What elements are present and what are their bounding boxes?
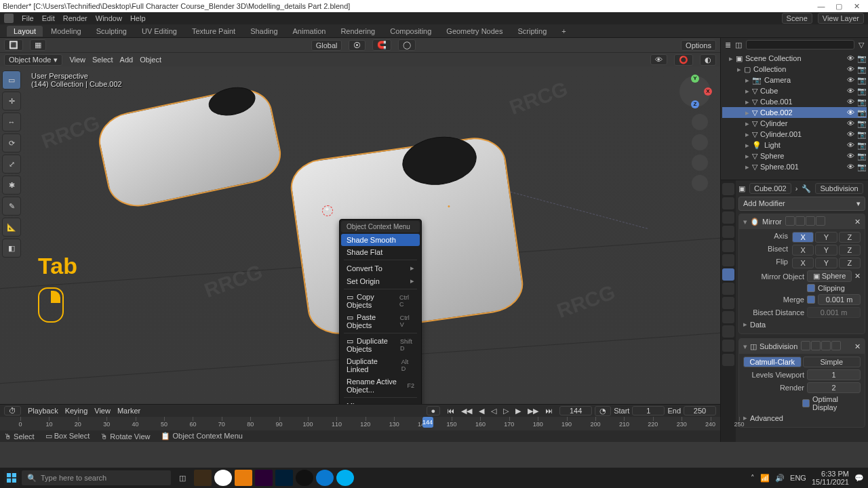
ptab-constraints[interactable]	[722, 311, 734, 323]
select-menu[interactable]: Select	[92, 56, 113, 64]
tool-measure[interactable]: 📐	[2, 218, 21, 237]
lvp-value[interactable]: 1	[807, 369, 861, 380]
object-menu[interactable]: Object	[140, 56, 161, 64]
breadcrumb-object[interactable]: Cube.002	[749, 183, 791, 194]
ptab-render[interactable]	[722, 183, 734, 195]
mod-render-icon[interactable]	[806, 216, 815, 226]
view-menu[interactable]: View	[69, 56, 85, 64]
ctx-shade-flat[interactable]: Shade Flat	[341, 246, 420, 258]
viewport-3d[interactable]: • RRCG RRCG RRCG RRCG ▭ ✛ ↔ ⟳ ⤢ ✱ ✎ 📐 ◧ …	[0, 66, 720, 404]
mirror-delete[interactable]: ✕	[854, 218, 861, 226]
app-premiere-icon[interactable]	[255, 470, 273, 486]
flip-x[interactable]: X	[792, 258, 814, 268]
outliner-item-sphere[interactable]: ▸ ▽ Sphere👁📷	[722, 150, 867, 161]
ctx-mirror[interactable]: Mirror▸	[341, 399, 420, 404]
viewlayer-field[interactable]: View Layer	[818, 13, 864, 24]
autokey-toggle[interactable]: ●	[427, 406, 441, 415]
orientation-dropdown[interactable]: Global	[311, 40, 342, 51]
ctx-set-origin[interactable]: Set Origin▸	[341, 274, 420, 287]
axis-x[interactable]: X	[792, 232, 814, 243]
menu-window[interactable]: Window	[96, 14, 122, 22]
play-rew-start[interactable]: ⏮	[447, 407, 454, 415]
app-obs-icon[interactable]	[296, 470, 313, 486]
app-misc6-icon[interactable]	[458, 470, 476, 486]
app-misc1-icon[interactable]	[357, 470, 374, 486]
gizmo-toggle[interactable]: ⭕	[674, 54, 693, 66]
tab-animation[interactable]: Animation	[286, 26, 333, 37]
app-edge-icon[interactable]	[316, 470, 334, 486]
play-fwd-end[interactable]: ⏭	[545, 407, 553, 415]
tool-scale[interactable]: ⤢	[2, 155, 21, 174]
app-photoshop-icon[interactable]	[275, 470, 293, 486]
scene-field[interactable]: Scene	[782, 13, 812, 24]
outliner-display-mode[interactable]: ◫	[735, 41, 742, 49]
menu-help[interactable]: Help	[130, 14, 146, 22]
minimize-button[interactable]: —	[812, 2, 830, 10]
mirror-name[interactable]: Mirror	[762, 218, 782, 226]
tray-network-icon[interactable]: 📶	[760, 474, 770, 483]
tool-annotate[interactable]: ✎	[2, 197, 21, 216]
overlay-toggle[interactable]: 👁	[650, 54, 667, 65]
ptab-material[interactable]	[722, 340, 734, 352]
tab-uvediting[interactable]: UV Editing	[135, 26, 184, 37]
mod-realtime-icon[interactable]	[785, 216, 795, 226]
mirror-data-subpanel[interactable]: Data	[750, 321, 766, 329]
ptab-particles[interactable]	[722, 283, 734, 295]
close-button[interactable]: ✕	[848, 2, 865, 11]
mode-select[interactable]: Object Mode ▾	[4, 54, 62, 66]
tool-cursor[interactable]: ✛	[2, 92, 21, 110]
taskbar-search[interactable]: 🔍Type here to search	[22, 470, 171, 485]
mesh-shoe-left[interactable]	[94, 83, 285, 213]
outliner-item-camera[interactable]: ▸ 📷 Camera👁📷	[722, 75, 867, 85]
subdiv-simple[interactable]: Simple	[803, 357, 861, 367]
breadcrumb-modifier[interactable]: Subdivision	[815, 183, 863, 194]
mod-edit-icon[interactable]	[811, 341, 821, 350]
ctx-convert-to[interactable]: Convert To▸	[341, 262, 420, 274]
nav-gizmo[interactable]: XYZ	[679, 76, 711, 107]
outliner-item-cube[interactable]: ▸ ▽ Cube👁📷	[722, 85, 867, 96]
tab-layout[interactable]: Layout	[7, 26, 43, 37]
outliner-item-cylinder-001[interactable]: ▸ ▽ Cylinder.001👁📷	[722, 129, 867, 140]
tab-rendering[interactable]: Rendering	[334, 26, 382, 37]
ctx-rename-active-object-[interactable]: Rename Active Object...F2	[341, 375, 420, 396]
tool-add-primitive[interactable]: ◧	[2, 239, 21, 258]
tab-shading[interactable]: Shading	[243, 26, 284, 37]
bisect-y[interactable]: Y	[815, 245, 837, 256]
tab-add-workspace[interactable]: +	[555, 26, 572, 37]
snap-toggle[interactable]: 🧲	[372, 39, 391, 51]
tab-modeling[interactable]: Modeling	[44, 26, 88, 37]
maximize-button[interactable]: ▢	[830, 2, 848, 11]
ctx-duplicate-objects[interactable]: ▭ Duplicate ObjectsShift D	[341, 335, 420, 355]
tray-volume-icon[interactable]: 🔊	[775, 474, 785, 483]
bisect-x[interactable]: X	[792, 245, 814, 256]
bisect-z[interactable]: Z	[839, 245, 861, 256]
ptab-texture[interactable]	[722, 354, 734, 366]
app-misc4-icon[interactable]	[418, 470, 435, 486]
app-misc2-icon[interactable]	[377, 470, 395, 486]
outliner-item-collection[interactable]: ▸ ▢ Collection👁📷	[722, 64, 867, 75]
outliner-item-light[interactable]: ▸ 💡 Light👁📷	[722, 140, 867, 150]
outliner-item-cube-002[interactable]: ▸ ▽ Cube.002👁📷	[722, 107, 867, 118]
mod-cage-icon[interactable]	[816, 216, 825, 226]
timeline-ruler[interactable]: 0102030405060708090100110120130140150160…	[0, 417, 720, 430]
play-reverse[interactable]: ◁	[491, 407, 496, 415]
tool-transform[interactable]: ✱	[2, 176, 21, 195]
outliner-item-cylinder[interactable]: ▸ ▽ Cylinder👁📷	[722, 118, 867, 129]
start-frame[interactable]: 1	[632, 406, 665, 415]
start-button[interactable]	[4, 470, 19, 485]
tray-lang[interactable]: ENG	[790, 474, 806, 482]
flip-z[interactable]: Z	[839, 258, 861, 268]
ptab-modifiers[interactable]	[722, 268, 734, 281]
outliner-item-scene-collection[interactable]: ▸ ▣ Scene Collection👁📷	[722, 53, 867, 64]
proportional-toggle[interactable]: ◯	[398, 39, 416, 51]
ctx-duplicate-linked[interactable]: Duplicate LinkedAlt D	[341, 355, 420, 375]
pan-icon[interactable]	[692, 134, 708, 150]
subdiv-catmull[interactable]: Catmull-Clark	[743, 357, 802, 367]
ctx-copy-objects[interactable]: ▭ Copy ObjectsCtrl C	[341, 291, 420, 311]
ptab-world[interactable]	[722, 240, 734, 252]
ptab-viewlayer[interactable]	[722, 211, 734, 224]
taskview-icon[interactable]: ◫	[174, 470, 191, 486]
subdiv-advanced-subpanel[interactable]: Advanced	[750, 414, 783, 422]
add-menu[interactable]: Add	[120, 56, 134, 64]
mirror-obj-clear[interactable]: ✕	[854, 272, 861, 281]
